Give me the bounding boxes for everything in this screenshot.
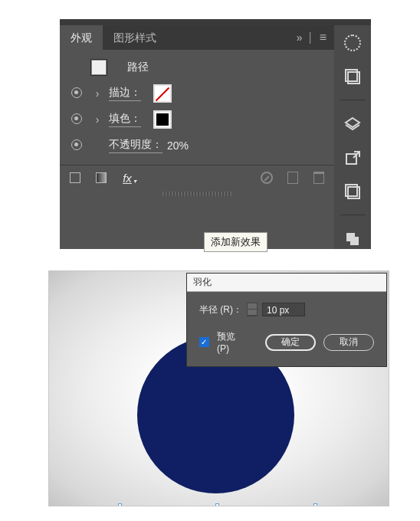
tab-graphic-styles[interactable]: 图形样式 <box>103 25 167 50</box>
stroke-label[interactable]: 描边： <box>109 86 141 101</box>
new-fill-button[interactable] <box>94 170 109 185</box>
object-thumb <box>90 59 107 76</box>
cancel-button[interactable]: 取消 <box>323 334 374 351</box>
appearance-row-opacity[interactable]: 不透明度： 20% <box>67 133 326 159</box>
fill-label[interactable]: 填色： <box>109 112 141 127</box>
tab-appearance[interactable]: 外观 <box>60 25 103 50</box>
add-effect-button[interactable]: fx▾ <box>120 170 135 185</box>
radius-input[interactable]: 10 px <box>262 303 305 316</box>
opacity-label[interactable]: 不透明度： <box>109 138 162 153</box>
transform-icon[interactable] <box>341 229 364 249</box>
clear-appearance-button[interactable] <box>259 170 274 185</box>
pathfinder-icon[interactable] <box>341 182 364 202</box>
opacity-value[interactable]: 20% <box>167 139 189 152</box>
panel-bottom-toolbar: fx▾ <box>60 165 334 190</box>
appearance-panel: 外观 图形样式 » | ≡ 路径 › <box>60 25 334 249</box>
radius-label: 半径 (R)： <box>199 303 242 316</box>
visibility-toggle-stroke[interactable] <box>71 87 82 98</box>
fill-swatch-black[interactable] <box>153 110 172 129</box>
appearance-row-fill[interactable]: › 填色： <box>67 106 326 133</box>
appearance-panel-window: 外观 图形样式 » | ≡ 路径 › <box>60 19 371 249</box>
disclosure-fill[interactable]: › <box>90 113 104 126</box>
object-label: 路径 <box>127 61 149 74</box>
ok-button[interactable]: 确定 <box>265 334 316 351</box>
dialog-title[interactable]: 羽化 <box>187 274 386 292</box>
side-icon-column <box>334 25 371 249</box>
preview-checkbox[interactable]: ✓ <box>199 337 209 347</box>
panel-titlebar[interactable] <box>60 19 371 25</box>
artboards-icon[interactable] <box>341 67 364 87</box>
panel-menu-button[interactable]: ≡ <box>312 31 334 44</box>
feather-dialog: 羽化 半径 (R)： 10 px ✓ 预览 (P) 确定 取消 <box>186 273 387 367</box>
disclosure-stroke[interactable]: › <box>90 87 104 100</box>
share-icon[interactable] <box>341 148 364 168</box>
shadow-ellipse <box>132 505 304 506</box>
feather-icon[interactable] <box>341 33 364 53</box>
appearance-row-stroke[interactable]: › 描边： <box>67 80 326 106</box>
tooltip-add-effect: 添加新效果 <box>204 232 267 252</box>
panel-tabs: 外观 图形样式 » | ≡ <box>60 25 334 50</box>
appearance-row-object[interactable]: 路径 <box>67 54 326 80</box>
preview-label[interactable]: 预览 (P) <box>217 330 250 354</box>
layers-icon[interactable] <box>341 114 364 134</box>
visibility-toggle-fill[interactable] <box>71 113 82 124</box>
stroke-swatch-none[interactable] <box>153 84 172 103</box>
tabs-expand-button[interactable]: » <box>290 31 309 44</box>
delete-item-button[interactable] <box>311 170 326 185</box>
svg-rect-2 <box>350 237 359 245</box>
duplicate-item-button[interactable] <box>285 170 300 185</box>
new-stroke-button[interactable] <box>67 170 83 185</box>
resize-grip[interactable] <box>162 192 231 196</box>
radius-spinner[interactable] <box>247 303 258 316</box>
visibility-toggle-opacity[interactable] <box>71 139 82 150</box>
